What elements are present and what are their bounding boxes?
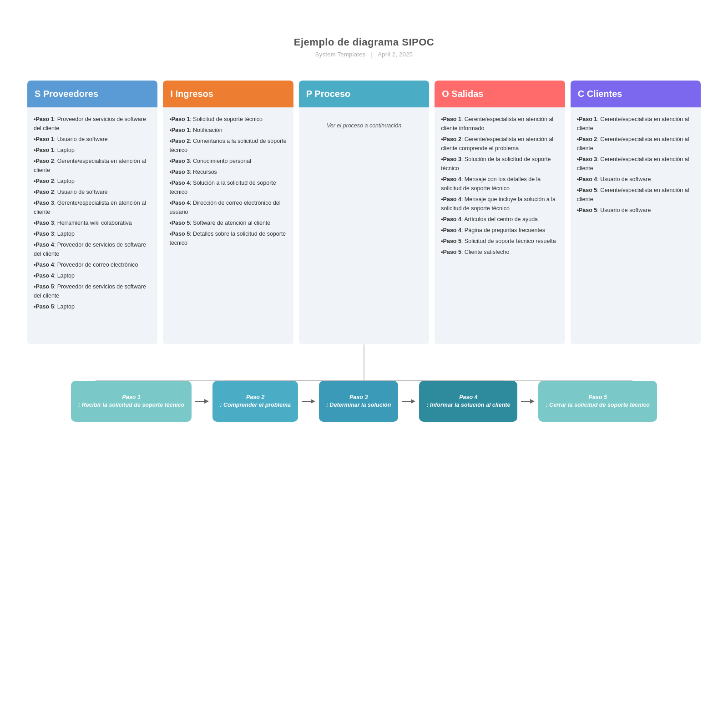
- column-p: P Proceso Ver el proceso a continuación: [299, 81, 429, 344]
- col-item: •Paso 4: Artículos del centro de ayuda: [441, 215, 558, 224]
- col-item: •Paso 1: Gerente/especialista en atenció…: [441, 115, 558, 133]
- col-item: •Paso 3: Herramienta wiki colaborativa: [34, 218, 151, 228]
- svg-marker-10: [204, 399, 209, 404]
- page-title: Ejemplo de diagrama SIPOC: [27, 36, 701, 48]
- col-item: •Paso 1: Gerente/especialista en atenció…: [577, 115, 694, 133]
- column-c: C Clientes •Paso 1: Gerente/especialista…: [571, 81, 701, 344]
- col-o-header: O Salidas: [435, 81, 565, 107]
- col-item: •Paso 2: Gerente/especialista en atenció…: [441, 135, 558, 153]
- col-item: •Paso 4: Mensaje con los detalles de la …: [441, 175, 558, 193]
- col-p-header: P Proceso: [299, 81, 429, 107]
- page-container: Ejemplo de diagrama SIPOC System Templat…: [0, 0, 728, 728]
- col-i-body: •Paso 1: Solicitud de soporte técnico•Pa…: [163, 107, 293, 344]
- col-item: •Paso 3: Recursos: [169, 167, 287, 177]
- svg-marker-12: [311, 399, 315, 404]
- col-item: •Paso 2: Gerente/especialista en atenció…: [34, 157, 151, 175]
- process-step-5: Paso 5: Cerrar la solicitud de soporte t…: [538, 381, 657, 422]
- col-item: •Paso 4: Mensaje que incluye la solución…: [441, 195, 558, 213]
- funnel-lines: [27, 344, 701, 381]
- column-s: S Proveedores •Paso 1: Proveedor de serv…: [27, 81, 157, 344]
- col-item: •Paso 2: Gerente/especialista en atenció…: [577, 135, 694, 153]
- column-o: O Salidas •Paso 1: Gerente/especialista …: [435, 81, 565, 344]
- col-item: •Paso 1: Usuario de software: [34, 135, 151, 144]
- col-item: •Paso 2: Comentarios a la solicitud de s…: [169, 136, 287, 155]
- process-step-3: Paso 3: Determinar la solución: [319, 381, 398, 422]
- svg-marker-14: [411, 399, 415, 404]
- col-item: •Paso 5: Software de atención al cliente: [169, 218, 287, 228]
- sipoc-section: S Proveedores •Paso 1: Proveedor de serv…: [27, 81, 701, 344]
- arrow-1: [192, 397, 212, 406]
- col-o-body: •Paso 1: Gerente/especialista en atenció…: [435, 107, 565, 344]
- col-item: •Paso 4: Proveedor de servicios de softw…: [34, 240, 151, 258]
- arrow-3: [398, 397, 419, 406]
- col-item: •Paso 4: Usuario de software: [577, 175, 694, 184]
- col-item: •Paso 5: Solicitud de soporte técnico re…: [441, 237, 558, 246]
- col-p-text: Ver el proceso a continuación: [327, 121, 401, 130]
- col-item: •Paso 1: Notificación: [169, 126, 287, 135]
- col-item: •Paso 5: Laptop: [34, 302, 151, 311]
- col-i-header: I Ingresos: [163, 81, 293, 107]
- page-header: Ejemplo de diagrama SIPOC System Templat…: [27, 36, 701, 58]
- col-item: •Paso 3: Laptop: [34, 229, 151, 238]
- col-s-body: •Paso 1: Proveedor de servicios de softw…: [27, 107, 157, 344]
- col-item: •Paso 5: Cliente satisfecho: [441, 248, 558, 257]
- col-item: •Paso 5: Detalles sobre la solicitud de …: [169, 229, 287, 248]
- col-item: •Paso 5: Gerente/especialista en atenció…: [577, 186, 694, 204]
- funnel-svg: [27, 344, 701, 381]
- date-label: April 2, 2025: [378, 51, 413, 58]
- separator: |: [371, 51, 373, 58]
- process-step-1: Paso 1: Recibir la solicitud de soporte …: [71, 381, 192, 422]
- arrow-2: [298, 397, 319, 406]
- col-item: •Paso 5: Usuario de software: [577, 206, 694, 215]
- col-p-body: Ver el proceso a continuación: [299, 107, 429, 344]
- col-item: •Paso 5: Proveedor de servicios de softw…: [34, 282, 151, 300]
- col-item: •Paso 3: Solución de la solicitud de sop…: [441, 155, 558, 173]
- process-step-4: Paso 4: Informar la solución al cliente: [419, 381, 517, 422]
- col-item: •Paso 4: Solución a la solicitud de sopo…: [169, 178, 287, 197]
- process-steps: Paso 1: Recibir la solicitud de soporte …: [27, 381, 701, 422]
- col-item: •Paso 3: Gerente/especialista en atenció…: [34, 198, 151, 217]
- col-item: •Paso 4: Proveedor de correo electrónico: [34, 260, 151, 269]
- col-s-header: S Proveedores: [27, 81, 157, 107]
- page-subtitle: System Templates | April 2, 2025: [27, 51, 701, 58]
- col-item: •Paso 1: Solicitud de soporte técnico: [169, 115, 287, 124]
- arrow-4: [517, 397, 538, 406]
- col-item: •Paso 3: Conocimiento personal: [169, 157, 287, 166]
- col-c-header: C Clientes: [571, 81, 701, 107]
- col-item: •Paso 2: Laptop: [34, 177, 151, 186]
- col-item: •Paso 3: Gerente/especialista en atenció…: [577, 155, 694, 173]
- col-item: •Paso 4: Dirección de correo electrónico…: [169, 198, 287, 217]
- col-item: •Paso 1: Proveedor de servicios de softw…: [34, 115, 151, 133]
- column-i: I Ingresos •Paso 1: Solicitud de soporte…: [163, 81, 293, 344]
- col-item: •Paso 4: Página de preguntas frecuentes: [441, 226, 558, 235]
- col-item: •Paso 2: Usuario de software: [34, 187, 151, 197]
- svg-marker-16: [530, 399, 535, 404]
- process-step-2: Paso 2: Comprender el problema: [212, 381, 298, 422]
- source-label: System Templates: [315, 51, 366, 58]
- col-c-body: •Paso 1: Gerente/especialista en atenció…: [571, 107, 701, 344]
- col-item: •Paso 1: Laptop: [34, 146, 151, 155]
- col-item: •Paso 4: Laptop: [34, 271, 151, 280]
